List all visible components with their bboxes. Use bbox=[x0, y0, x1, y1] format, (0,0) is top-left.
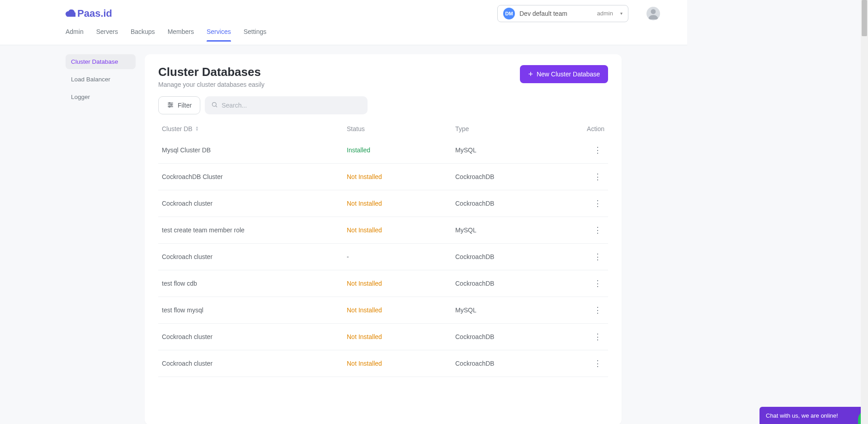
col-cluster[interactable]: Cluster DB bbox=[162, 125, 193, 132]
table-row[interactable]: test create team member roleNot Installe… bbox=[158, 217, 608, 244]
row-actions-button[interactable]: ⋮ bbox=[591, 252, 604, 262]
table-row[interactable]: Cockroach clusterNot InstalledCockroachD… bbox=[158, 350, 608, 377]
sliders-icon bbox=[167, 101, 174, 110]
row-actions-button[interactable]: ⋮ bbox=[591, 145, 604, 155]
cell-type: CockroachDB bbox=[455, 253, 573, 260]
search-icon bbox=[211, 101, 218, 110]
row-actions-button[interactable]: ⋮ bbox=[591, 198, 604, 208]
cell-action: ⋮ bbox=[573, 332, 604, 342]
new-cluster-button[interactable]: + New Cluster Database bbox=[520, 65, 608, 83]
svg-point-6 bbox=[169, 106, 170, 107]
main-nav: AdminServersBackupsMembersServicesSettin… bbox=[0, 27, 687, 45]
top-bar: Paas.id DM Dev default team admin ▾ bbox=[0, 0, 687, 27]
sidebar: Cluster DatabaseLoad BalancerLogger bbox=[66, 54, 136, 424]
plus-icon: + bbox=[528, 70, 533, 78]
logo[interactable]: Paas.id bbox=[66, 8, 112, 19]
table-row[interactable]: Cockroach clusterNot InstalledCockroachD… bbox=[158, 190, 608, 217]
svg-point-4 bbox=[169, 102, 170, 104]
cell-name: Cockroach cluster bbox=[162, 360, 347, 367]
cell-name: Mysql Cluster DB bbox=[162, 146, 347, 154]
cell-status: Not Installed bbox=[347, 306, 455, 314]
cell-action: ⋮ bbox=[573, 225, 604, 235]
team-avatar: DM bbox=[503, 8, 515, 19]
cell-status: Not Installed bbox=[347, 173, 455, 180]
team-name: Dev default team bbox=[519, 10, 593, 17]
cell-type: CockroachDB bbox=[455, 360, 573, 367]
filter-button[interactable]: Filter bbox=[158, 96, 200, 114]
row-actions-button[interactable]: ⋮ bbox=[591, 332, 604, 342]
cell-action: ⋮ bbox=[573, 198, 604, 208]
cell-type: CockroachDB bbox=[455, 333, 573, 340]
content: Cluster DatabaseLoad BalancerLogger Clus… bbox=[0, 45, 687, 424]
cell-status: Not Installed bbox=[347, 333, 455, 340]
cell-status: Not Installed bbox=[347, 360, 455, 367]
table-row[interactable]: Cockroach cluster-CockroachDB⋮ bbox=[158, 244, 608, 270]
svg-point-0 bbox=[651, 9, 656, 14]
sidebar-item-load-balancer[interactable]: Load Balancer bbox=[66, 72, 136, 87]
nav-item-members[interactable]: Members bbox=[168, 27, 194, 41]
row-actions-button[interactable]: ⋮ bbox=[591, 172, 604, 182]
cell-name: Cockroach cluster bbox=[162, 200, 347, 207]
brand-text: Paas.id bbox=[77, 8, 112, 19]
svg-point-7 bbox=[212, 102, 217, 106]
page-subtitle: Manage your cluster databases easily bbox=[158, 81, 264, 88]
cell-type: CockroachDB bbox=[455, 173, 573, 180]
cell-name: Cockroach cluster bbox=[162, 333, 347, 340]
row-actions-button[interactable]: ⋮ bbox=[591, 305, 604, 315]
nav-item-settings[interactable]: Settings bbox=[244, 27, 267, 41]
cell-action: ⋮ bbox=[573, 252, 604, 262]
filter-label: Filter bbox=[178, 102, 192, 109]
table-header: Cluster DB ▲▼ Status Type Action bbox=[158, 121, 608, 137]
nav-item-services[interactable]: Services bbox=[207, 27, 231, 41]
cell-action: ⋮ bbox=[573, 358, 604, 368]
chevron-down-icon: ▾ bbox=[620, 11, 623, 16]
cell-status: - bbox=[347, 253, 455, 260]
cell-name: test flow mysql bbox=[162, 306, 347, 314]
table-row[interactable]: test flow cdbNot InstalledCockroachDB⋮ bbox=[158, 270, 608, 297]
sort-icon[interactable]: ▲▼ bbox=[195, 126, 199, 132]
cell-action: ⋮ bbox=[573, 172, 604, 182]
sidebar-item-cluster-database[interactable]: Cluster Database bbox=[66, 54, 136, 69]
table-row[interactable]: test flow mysqlNot InstalledMySQL⋮ bbox=[158, 297, 608, 324]
search-input[interactable] bbox=[222, 102, 361, 109]
cell-type: CockroachDB bbox=[455, 200, 573, 207]
search-wrap bbox=[205, 96, 368, 114]
cell-name: Cockroach cluster bbox=[162, 253, 347, 260]
nav-item-backups[interactable]: Backups bbox=[131, 27, 155, 41]
cell-name: CockroachDB Cluster bbox=[162, 173, 347, 180]
cell-name: test flow cdb bbox=[162, 280, 347, 287]
cell-action: ⋮ bbox=[573, 145, 604, 155]
cell-action: ⋮ bbox=[573, 305, 604, 315]
table-row[interactable]: Mysql Cluster DBInstalledMySQL⋮ bbox=[158, 137, 608, 164]
cell-type: MySQL bbox=[455, 146, 573, 154]
nav-item-admin[interactable]: Admin bbox=[66, 27, 84, 41]
new-cluster-label: New Cluster Database bbox=[537, 71, 600, 78]
team-selector[interactable]: DM Dev default team admin ▾ bbox=[497, 5, 628, 22]
cell-action: ⋮ bbox=[573, 278, 604, 288]
team-role: admin bbox=[597, 10, 613, 17]
main-panel: Cluster Databases Manage your cluster da… bbox=[145, 54, 622, 424]
nav-item-servers[interactable]: Servers bbox=[96, 27, 118, 41]
cell-status: Not Installed bbox=[347, 280, 455, 287]
cloud-icon bbox=[66, 9, 75, 18]
user-avatar[interactable] bbox=[646, 7, 660, 20]
col-action: Action bbox=[573, 125, 604, 132]
table-row[interactable]: CockroachDB ClusterNot InstalledCockroac… bbox=[158, 164, 608, 190]
cell-name: test create team member role bbox=[162, 226, 347, 234]
cell-status: Not Installed bbox=[347, 226, 455, 234]
svg-line-8 bbox=[216, 106, 217, 107]
row-actions-button[interactable]: ⋮ bbox=[591, 225, 604, 235]
cell-status: Not Installed bbox=[347, 200, 455, 207]
col-type: Type bbox=[455, 125, 573, 132]
user-icon bbox=[647, 8, 659, 19]
cell-status: Installed bbox=[347, 146, 455, 154]
page-title: Cluster Databases bbox=[158, 65, 264, 79]
cluster-table: Cluster DB ▲▼ Status Type Action Mysql C… bbox=[158, 121, 608, 377]
sidebar-item-logger[interactable]: Logger bbox=[66, 90, 136, 104]
cell-type: MySQL bbox=[455, 226, 573, 234]
svg-point-5 bbox=[171, 104, 172, 105]
col-status: Status bbox=[347, 125, 455, 132]
table-row[interactable]: Cockroach clusterNot InstalledCockroachD… bbox=[158, 324, 608, 350]
row-actions-button[interactable]: ⋮ bbox=[591, 358, 604, 368]
row-actions-button[interactable]: ⋮ bbox=[591, 278, 604, 288]
